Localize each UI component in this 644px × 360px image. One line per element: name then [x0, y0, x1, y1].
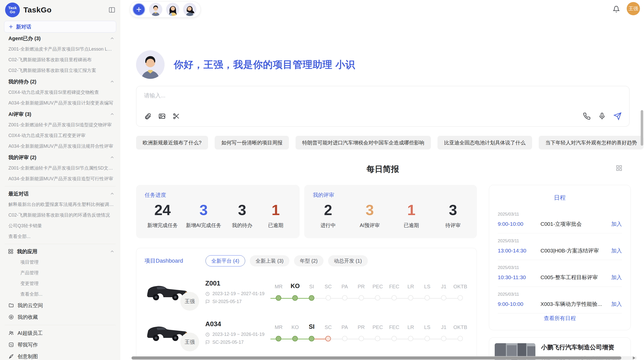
- sidebar-task-item[interactable]: Z001-全新燃油皮卡产品开发项目SI节点Lesson Learn报告: [4, 44, 116, 54]
- project-dates: 2023-12-19 ~ 2026-01-19: [212, 332, 265, 337]
- add-agent-button[interactable]: [133, 3, 145, 16]
- schedule-time: 13:00-14:30: [498, 248, 540, 254]
- project-row-a034[interactable]: 王强 A034 2023-12-19 ~ 2026-01-19: [144, 315, 469, 350]
- section-header-my-apps[interactable]: 我的应用: [4, 246, 116, 257]
- composer-input[interactable]: [144, 92, 622, 99]
- sidebar-app-item[interactable]: 产品管理: [4, 267, 116, 278]
- sidebar-task-item[interactable]: Z001-全新燃油轻卡产品开发项目SI节点属性5D文件评审: [4, 163, 116, 173]
- section-header-ai-review[interactable]: AI评审 (3): [4, 109, 116, 119]
- sidebar-item-creative-drawing[interactable]: 创意制图: [4, 351, 116, 360]
- sidebar-app-item[interactable]: 查看全部...: [4, 289, 116, 299]
- tab-model-year[interactable]: 年型 (2): [294, 255, 324, 266]
- folder-icon: [8, 303, 14, 308]
- suggestion-chip[interactable]: 当下年轻人对汽车外观有怎样的喜好趋势: [539, 136, 643, 149]
- sidebar-task-item[interactable]: C02-飞腾新能源轻客改款项目里程碑画布: [4, 54, 116, 65]
- milestone-label: PR: [353, 324, 370, 330]
- milestone-label: SI: [303, 323, 320, 330]
- stat-overdue: 1 已逾期: [263, 201, 288, 229]
- tab-all-new-body[interactable]: 全新上装 (3): [250, 255, 289, 266]
- divider: [5, 186, 116, 186]
- section-header-my-review[interactable]: 我的评审 (2): [4, 152, 116, 163]
- divider: [498, 313, 622, 313]
- sidebar-item-help-me-write[interactable]: 帮我写作: [4, 339, 116, 351]
- milestone-label: J1: [435, 284, 452, 290]
- schedule-date: 2025/03/11: [498, 238, 622, 244]
- layout-grid-icon[interactable]: [616, 165, 622, 172]
- milestone-dot-pending: [391, 336, 397, 341]
- vertical-scrollbar-thumb[interactable]: [641, 110, 643, 146]
- briefing-title: 每日简报: [367, 164, 399, 174]
- sidebar-task-item[interactable]: A034-全新新能源MUV产品开发项目法规符合性评审: [4, 141, 116, 152]
- horizontal-scrollbar[interactable]: [131, 356, 637, 360]
- sidebar-chat-item[interactable]: 查看全部...: [4, 231, 116, 242]
- agent-avatar-2[interactable]: [166, 3, 179, 16]
- project-dashboard-card: 项目Dashboard 全新平台 (4) 全新上装 (3) 年型 (2) 动总开…: [136, 248, 477, 360]
- tab-powertrain-dev[interactable]: 动总开发 (1): [328, 255, 368, 266]
- join-link[interactable]: 加入: [611, 247, 622, 254]
- suggestion-chip[interactable]: 比亚迪全固态电池计划具体说了什么: [437, 136, 532, 149]
- sidebar-item-ai-super-staff[interactable]: AI超级员工: [4, 327, 116, 339]
- clock-icon: [205, 292, 210, 296]
- milestone-dot-pending: [391, 295, 397, 301]
- milestone-dot-done: [292, 336, 298, 341]
- sidebar-chat-item[interactable]: 公司Q3轻卡销量: [4, 220, 116, 231]
- project-row-z001[interactable]: 王强 Z001 2023-12-19 ~ 2027-01-19: [144, 274, 469, 310]
- voice-call-icon[interactable]: [583, 112, 591, 120]
- new-chat-button[interactable]: 新对话: [4, 21, 116, 33]
- sidebar-item-favorites[interactable]: 我的收藏: [4, 311, 116, 323]
- section-header-agent-done[interactable]: Agent已办 (3): [4, 33, 116, 44]
- sidebar-collapse-icon[interactable]: [108, 6, 116, 14]
- section-header-recent-chats[interactable]: 最近对话: [4, 188, 116, 199]
- milestone-dot-done: [276, 295, 281, 301]
- screenshot-scissors-icon[interactable]: [172, 112, 180, 120]
- stat-pending-review: 3 待评审: [440, 201, 466, 229]
- join-link[interactable]: 加入: [611, 274, 622, 281]
- sidebar-task-item[interactable]: C0X4-动力总成开发项目SI里程碑提交物检查: [4, 87, 116, 98]
- join-link[interactable]: 加入: [611, 301, 622, 308]
- user-name: 王强: [628, 5, 638, 12]
- suggestion-chips: 欧洲新规最近颁布了什么?如何写一份清晰的项目周报特朗普可能对进口汽车增税会对中国…: [136, 136, 630, 149]
- divider: [5, 325, 116, 325]
- hero-section: 你好，王强，我是你的项目管理助理 小识: [136, 50, 630, 79]
- sidebar-chat-item[interactable]: 解释最新出台的欧盟报废车法规再生塑料比例被调至15%...: [4, 199, 116, 210]
- schedule-time: 9:00-10:00: [498, 221, 540, 227]
- schedule-time: 10:30-11:30: [498, 274, 540, 280]
- milestone-label: PEC: [370, 324, 386, 330]
- logo-text-bottom: Go: [10, 10, 15, 14]
- sidebar-chat-item[interactable]: C02-飞腾新能源轻客改款项目的闭环通告反馈情况: [4, 210, 116, 220]
- agent-avatar-3[interactable]: [183, 3, 196, 16]
- section-title: AI评审 (3): [8, 111, 31, 118]
- sidebar-item-cloud-space[interactable]: 我的云空间: [4, 299, 116, 311]
- suggestion-chip[interactable]: 特朗普可能对进口汽车增税会对中国车企造成哪些影响: [296, 136, 431, 149]
- sidebar-task-item[interactable]: C02-飞腾新能源轻客改款项目立项汇报方案: [4, 65, 116, 76]
- section-header-my-todo[interactable]: 我的待办 (2): [4, 76, 116, 87]
- suggestion-chip[interactable]: 欧洲新规最近颁布了什么?: [136, 136, 208, 149]
- image-upload-icon[interactable]: [158, 112, 166, 120]
- milestone-label: LR: [402, 284, 419, 290]
- milestone-dot-pending: [375, 336, 380, 341]
- attachment-icon[interactable]: [144, 112, 152, 120]
- section-list-recent-chats: 解释最新出台的欧盟报废车法规再生塑料比例被调至15%...C02-飞腾新能源轻客…: [4, 199, 116, 242]
- suggestion-chip[interactable]: 如何写一份清晰的项目周报: [215, 136, 289, 149]
- milestone-label: OKTB: [452, 284, 469, 290]
- send-icon[interactable]: [613, 112, 622, 120]
- horizontal-scrollbar-thumb[interactable]: [131, 356, 621, 359]
- stat-new-done: 24 新增完成任务: [147, 201, 178, 229]
- schedule-item: 2025/03/11 9:00-10:00 C001-立项审批会 加入: [498, 207, 622, 233]
- sidebar-task-item[interactable]: C0X4-动力总成开发项目工程变更评审: [4, 130, 116, 141]
- view-all-schedule-link[interactable]: 查看所有日程: [498, 315, 622, 322]
- apps-grid-icon: [8, 249, 13, 254]
- scroll-right-arrow[interactable]: [633, 356, 635, 359]
- section-list-agent-done: Z001-全新燃油皮卡产品开发项目SI节点Lesson Learn报告C02-飞…: [4, 44, 116, 76]
- tab-all-new-platform[interactable]: 全新平台 (4): [206, 255, 245, 266]
- microphone-icon[interactable]: [598, 112, 606, 120]
- sidebar-task-item[interactable]: A034-全新新能源MUV产品开发项目计划变更表编写: [4, 98, 116, 108]
- sidebar-app-item[interactable]: 项目管理: [4, 257, 116, 267]
- join-link[interactable]: 加入: [611, 220, 622, 228]
- agent-avatar-1[interactable]: [149, 3, 162, 16]
- milestone-labels: MRKOSISCPAPRPECFECLRLSJ1OKTB: [270, 282, 469, 290]
- sidebar-task-item[interactable]: A034-全新新能源MUV产品开发项目造型可行性评审: [4, 173, 116, 184]
- sidebar-task-item[interactable]: Z001-全新燃油轻卡产品开发项目SI造型提交物评审: [4, 119, 116, 130]
- pen-icon: [8, 354, 14, 359]
- sidebar-app-item[interactable]: 变更管理: [4, 278, 116, 289]
